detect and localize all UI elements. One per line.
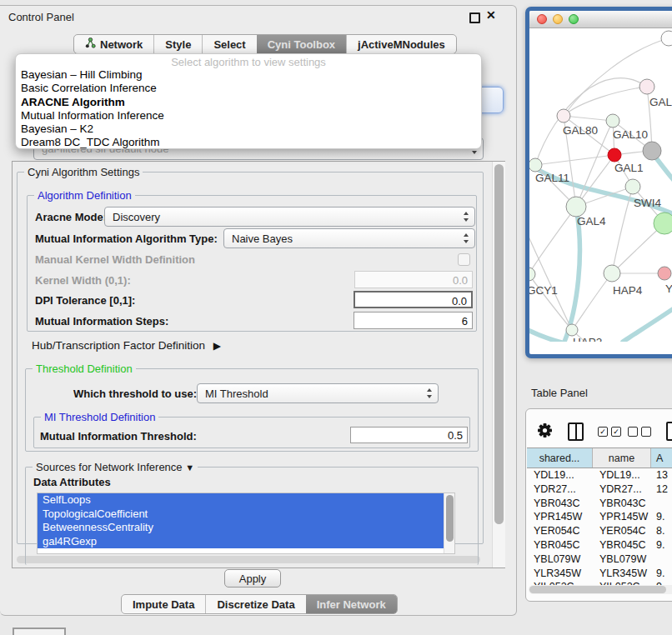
svg-text:GAL10: GAL10 xyxy=(613,128,648,141)
network-view-window: GAL GAL80 GAL10 GAL1 GAL11 SWI4 GAL4 GCY… xyxy=(525,7,672,358)
network-icon xyxy=(85,38,96,51)
svg-text:HAP4: HAP4 xyxy=(613,284,643,297)
svg-text:GAL80: GAL80 xyxy=(563,124,598,137)
apply-button[interactable]: Apply xyxy=(224,569,281,588)
list-scrollbar[interactable] xyxy=(444,493,454,554)
mi-algorithm-type-combo[interactable]: Naive Bayes xyxy=(223,228,475,248)
export-table-icon[interactable] xyxy=(666,422,672,441)
node-hap4 xyxy=(604,265,620,282)
network-window-titlebar[interactable] xyxy=(529,11,672,28)
svg-text:GCY1: GCY1 xyxy=(529,284,558,297)
dpi-tolerance-field[interactable]: 0.0 xyxy=(354,291,473,308)
popup-placeholder: Select algorithm to view settings xyxy=(16,56,481,68)
which-threshold-combo[interactable]: MI Threshold xyxy=(197,383,439,403)
combo-spinner-icon xyxy=(464,233,469,243)
table-row[interactable]: YPR145WYPR145W9. xyxy=(527,510,672,524)
node-gal10 xyxy=(606,114,619,128)
table-horizontal-scrollbar[interactable] xyxy=(529,585,672,594)
combo-spinner-icon xyxy=(427,388,433,398)
gear-icon[interactable] xyxy=(537,422,553,442)
data-attributes-list: SelfLoops TopologicalCoefficient Between… xyxy=(37,492,455,554)
popup-item[interactable]: Bayesian – Hill Climbing xyxy=(16,68,481,82)
kernel-width-field[interactable]: 0.0 xyxy=(354,271,473,288)
settings-vertical-scrollbar[interactable] xyxy=(492,162,505,568)
list-item[interactable]: SelfLoops xyxy=(38,493,444,508)
control-panel: Control Panel ✕ Network xyxy=(0,5,517,616)
network-canvas[interactable]: GAL GAL80 GAL10 GAL1 GAL11 SWI4 GAL4 GCY… xyxy=(529,28,672,342)
table-row[interactable]: YBL079WYBL079W xyxy=(527,552,672,567)
node-pink xyxy=(658,267,671,280)
node-gal xyxy=(639,79,654,94)
node-gal80 xyxy=(557,109,570,122)
tab-discretize-data[interactable]: Discretize Data xyxy=(205,595,305,613)
tab-cyni-toolbox[interactable]: Cyni Toolbox xyxy=(257,35,346,53)
kernel-width-label: Kernel Width (0,1): xyxy=(35,274,131,287)
table-row[interactable]: YLR345WYLR345W9. xyxy=(527,567,672,581)
hub-definition-expander[interactable]: Hub/Transcription Factor Definition ▶ xyxy=(32,339,216,352)
which-threshold-label: Which threshold to use: xyxy=(73,388,197,400)
svg-text:HAP2: HAP2 xyxy=(573,336,602,342)
list-item[interactable]: TopologicalCoefficient xyxy=(38,508,444,522)
tab-select[interactable]: Select xyxy=(202,35,256,53)
popup-item[interactable]: Mutual Information Inference xyxy=(16,109,481,122)
column-header-third[interactable]: A xyxy=(651,448,672,468)
cytoscape-workspace: Control Panel ✕ Network xyxy=(0,0,672,635)
popup-item-highlighted[interactable]: ARACNE Algorithm xyxy=(16,96,481,109)
minimize-traffic-light[interactable] xyxy=(553,14,563,24)
control-panel-title: Control Panel xyxy=(8,11,74,23)
column-header-shared-name[interactable]: shared... xyxy=(527,448,593,468)
close-traffic-light[interactable] xyxy=(537,14,547,24)
manual-kernel-width-checkbox[interactable] xyxy=(458,253,470,266)
mi-steps-field[interactable]: 6 xyxy=(354,312,473,329)
sources-title[interactable]: Sources for Network Inference ▼ xyxy=(33,461,198,473)
table-row[interactable]: YBR045CYBR045C9. xyxy=(527,538,672,552)
list-item[interactable]: BetweennessCentrality xyxy=(38,521,444,535)
node-red xyxy=(608,148,621,162)
tab-style[interactable]: Style xyxy=(153,35,202,53)
tab-jactivemnodules[interactable]: jActiveMNodules xyxy=(346,35,456,53)
table-panel-window: ✓ ✓ shared... name A YDL19...YDL19...13 … xyxy=(525,408,672,602)
zoom-traffic-light[interactable] xyxy=(569,14,579,24)
bottom-tabbar: Impute Data Discretize Data Infer Networ… xyxy=(121,594,398,614)
node-gray xyxy=(643,142,661,160)
deselect-all-checkboxes-icon[interactable] xyxy=(628,427,651,437)
tab-network[interactable]: Network xyxy=(74,35,153,53)
node-swi4-green xyxy=(654,212,672,234)
select-all-checkboxes-icon[interactable]: ✓ ✓ xyxy=(598,427,621,437)
threshold-definition-title: Threshold Definition xyxy=(33,362,136,375)
popup-item[interactable]: Basic Correlation Inference xyxy=(16,82,481,95)
svg-text:GAL4: GAL4 xyxy=(577,215,606,228)
aracne-mode-label: Aracne Mode: xyxy=(35,211,107,223)
dpi-tolerance-label: DPI Tolerance [0,1]: xyxy=(35,294,135,307)
tab-infer-network[interactable]: Infer Network xyxy=(306,595,397,613)
table-row[interactable]: YER054CYER054C8. xyxy=(527,524,672,538)
column-header-name[interactable]: name xyxy=(593,448,651,468)
popup-item[interactable]: Dream8 DC_TDC Algorithm xyxy=(16,136,481,149)
table-panel-title: Table Panel xyxy=(531,387,588,399)
list-item[interactable]: gal4RGexp xyxy=(38,535,444,549)
mi-steps-label: Mutual Information Steps: xyxy=(35,315,168,328)
node-gal11 xyxy=(529,158,542,172)
node-gcy1 xyxy=(529,268,535,281)
table-row[interactable]: YBR043CYBR043C xyxy=(527,497,672,511)
svg-text:GAL1: GAL1 xyxy=(614,162,644,174)
table-row[interactable]: YDL19...YDL19...13 xyxy=(527,468,672,482)
node-hap2 xyxy=(566,324,578,336)
close-icon[interactable]: ✕ xyxy=(486,8,496,22)
combo-spinner-icon xyxy=(464,212,469,222)
node-gal4 xyxy=(566,197,586,217)
mi-threshold-field[interactable]: 0.5 xyxy=(350,427,468,443)
mi-algorithm-type-label: Mutual Information Algorithm Type: xyxy=(35,232,218,245)
svg-text:GAL11: GAL11 xyxy=(535,172,569,184)
mi-threshold-definition-title: MI Threshold Definition xyxy=(41,411,158,423)
popup-item[interactable]: Bayesian – K2 xyxy=(16,122,481,136)
expand-right-icon: ▶ xyxy=(213,340,221,352)
float-window-icon[interactable] xyxy=(469,12,480,23)
table-row[interactable]: YDR27...YDR27...12 xyxy=(527,482,672,497)
svg-text:SWI4: SWI4 xyxy=(634,197,661,209)
split-columns-icon[interactable] xyxy=(568,422,584,441)
aracne-mode-combo[interactable]: Discovery xyxy=(104,207,475,227)
tab-impute-data[interactable]: Impute Data xyxy=(122,595,205,613)
node xyxy=(661,31,672,46)
bottom-left-partial-button[interactable] xyxy=(13,628,66,635)
